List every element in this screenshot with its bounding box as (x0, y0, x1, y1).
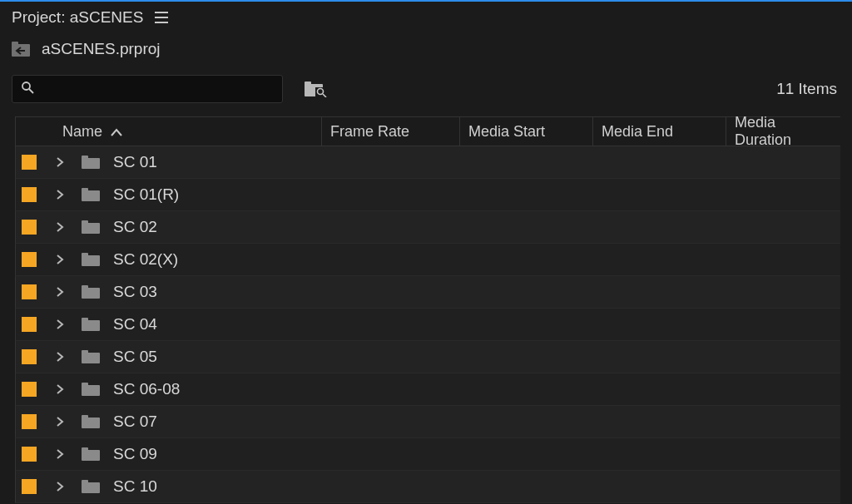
label-color-chip[interactable] (22, 447, 37, 462)
chevron-right-icon (56, 413, 64, 431)
expand-toggle[interactable] (52, 251, 68, 269)
project-file-row: aSCENES.prproj (0, 35, 852, 67)
svg-rect-30 (82, 480, 88, 484)
svg-rect-10 (82, 156, 88, 160)
expand-toggle[interactable] (52, 186, 68, 204)
table-row[interactable]: SC 01 (15, 146, 840, 179)
column-media-duration[interactable]: Media Duration (726, 117, 840, 146)
row-name[interactable]: SC 09 (113, 445, 157, 463)
label-color-chip[interactable] (22, 382, 37, 397)
panel-menu-icon[interactable] (155, 12, 168, 23)
svg-rect-5 (305, 82, 311, 86)
svg-line-3 (29, 89, 33, 93)
folder-icon (82, 415, 100, 428)
items-count: 11 Items (776, 80, 840, 98)
table-row[interactable]: SC 09 (15, 438, 840, 471)
chevron-right-icon (56, 381, 64, 398)
table-row[interactable]: SC 02 (15, 211, 840, 244)
table-row[interactable]: SC 01(R) (15, 179, 840, 211)
chevron-right-icon (56, 446, 64, 463)
label-color-chip[interactable] (22, 317, 37, 332)
table-row[interactable]: SC 06-08 (15, 373, 840, 406)
svg-rect-26 (82, 415, 88, 419)
row-name[interactable]: SC 04 (113, 315, 157, 334)
svg-rect-12 (82, 188, 88, 192)
folder-icon (82, 188, 100, 201)
folder-icon (82, 156, 100, 169)
folder-icon (82, 220, 100, 234)
panel-title: Project: aSCENES (12, 8, 143, 27)
chevron-right-icon (56, 478, 64, 496)
column-frame-rate[interactable]: Frame Rate (322, 117, 460, 146)
label-color-chip[interactable] (22, 349, 37, 364)
panel-header: Project: aSCENES (0, 2, 852, 35)
expand-toggle[interactable] (52, 316, 68, 334)
row-name[interactable]: SC 10 (113, 477, 157, 496)
svg-rect-18 (82, 285, 88, 289)
label-color-chip[interactable] (22, 479, 37, 494)
expand-toggle[interactable] (52, 446, 68, 463)
chevron-right-icon (56, 348, 64, 366)
column-media-end[interactable]: Media End (593, 117, 726, 146)
label-color-chip[interactable] (22, 155, 37, 170)
svg-rect-28 (82, 447, 88, 452)
row-name[interactable]: SC 02(X) (113, 250, 178, 269)
svg-rect-24 (82, 383, 88, 387)
table-row[interactable]: SC 02(X) (15, 244, 840, 276)
folder-icon (82, 350, 100, 363)
expand-toggle[interactable] (52, 284, 68, 301)
column-media-end-label: Media End (602, 123, 673, 141)
expand-toggle[interactable] (52, 381, 68, 398)
expand-toggle[interactable] (52, 478, 68, 496)
folder-icon (82, 318, 100, 331)
label-color-chip[interactable] (22, 187, 37, 202)
row-name[interactable]: SC 03 (113, 283, 157, 301)
search-input[interactable] (41, 82, 274, 96)
column-name-label: Name (62, 123, 102, 141)
new-search-bin-icon[interactable] (305, 81, 328, 97)
svg-point-2 (22, 82, 30, 90)
row-name[interactable]: SC 02 (113, 218, 157, 236)
svg-rect-14 (82, 220, 88, 225)
table-row[interactable]: SC 03 (15, 276, 840, 309)
sort-asc-icon (111, 123, 122, 141)
project-back-icon[interactable] (12, 42, 30, 57)
chevron-right-icon (56, 284, 64, 301)
table-row[interactable]: SC 04 (15, 309, 840, 341)
folder-icon (82, 447, 100, 461)
label-color-chip[interactable] (22, 252, 37, 267)
column-media-duration-label: Media Duration (735, 114, 832, 149)
chevron-right-icon (56, 219, 64, 236)
row-name[interactable]: SC 06-08 (113, 380, 180, 398)
search-icon (21, 81, 34, 98)
chevron-right-icon (56, 316, 64, 334)
expand-toggle[interactable] (52, 348, 68, 366)
row-name[interactable]: SC 01 (113, 153, 157, 171)
svg-rect-22 (82, 350, 88, 354)
column-name[interactable]: Name (54, 117, 322, 146)
column-media-start-label: Media Start (468, 123, 545, 141)
expand-toggle[interactable] (52, 154, 68, 171)
expand-toggle[interactable] (52, 413, 68, 431)
label-color-chip[interactable] (22, 414, 37, 429)
table-body: SC 01SC 01(R)SC 02SC 02(X)SC 03SC 04SC 0… (15, 146, 840, 503)
project-table: Name Frame Rate Media Start Media End Me… (15, 116, 840, 503)
search-box[interactable] (12, 75, 283, 103)
svg-rect-1 (12, 42, 18, 46)
chevron-right-icon (56, 186, 64, 204)
chevron-right-icon (56, 154, 64, 171)
table-row[interactable]: SC 10 (15, 471, 840, 503)
label-color-chip[interactable] (22, 220, 37, 235)
label-color-chip[interactable] (22, 284, 37, 299)
folder-icon (82, 480, 100, 493)
expand-toggle[interactable] (52, 219, 68, 236)
table-row[interactable]: SC 05 (15, 341, 840, 373)
project-filename: aSCENES.prproj (42, 40, 161, 58)
row-name[interactable]: SC 05 (113, 348, 157, 366)
table-header: Name Frame Rate Media Start Media End Me… (15, 116, 840, 146)
row-name[interactable]: SC 07 (113, 413, 157, 431)
svg-rect-16 (82, 253, 88, 257)
column-media-start[interactable]: Media Start (460, 117, 593, 146)
table-row[interactable]: SC 07 (15, 406, 840, 438)
row-name[interactable]: SC 01(R) (113, 185, 179, 204)
